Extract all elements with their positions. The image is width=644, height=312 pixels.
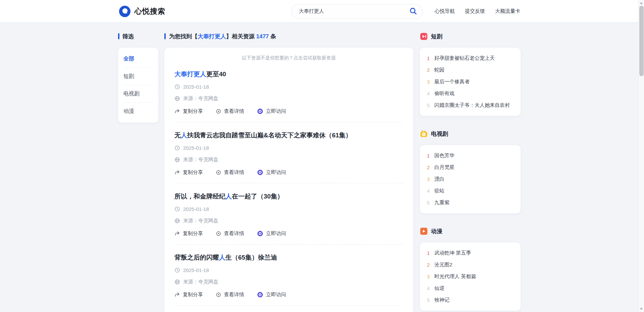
visit-now-button[interactable]: 立即访问 bbox=[257, 230, 286, 237]
globe-icon bbox=[174, 218, 180, 224]
result-date-row: 2025-01-18 bbox=[174, 145, 403, 151]
share-arrow-icon bbox=[174, 292, 180, 298]
result-source-row: 来源：夸克网盘 bbox=[174, 218, 403, 224]
ranking-item[interactable]: 2蛇园 bbox=[427, 64, 514, 76]
visit-now-label: 立即访问 bbox=[266, 108, 286, 115]
ranking-item[interactable]: 2沧元图2 bbox=[427, 259, 514, 271]
nav-link-feedback[interactable]: 提交反馈 bbox=[465, 8, 485, 14]
share-arrow-icon bbox=[174, 231, 180, 236]
result-actions: 复制分享 查看详情 立即访问 bbox=[174, 169, 403, 176]
result-title[interactable]: 无人扶我青云志我自踏雪至山巅&名动天下之家事难休（61集） bbox=[174, 131, 403, 139]
scrollbar-thumb[interactable] bbox=[639, 6, 644, 76]
copy-share-button[interactable]: 复制分享 bbox=[174, 169, 203, 176]
visit-now-button[interactable]: 立即访问 bbox=[257, 292, 286, 298]
divider bbox=[174, 122, 403, 122]
ranking-item[interactable]: 5九重紫 bbox=[427, 197, 514, 209]
tv-icon bbox=[420, 130, 428, 138]
ranking-item[interactable]: 3时光代理人 英都篇 bbox=[427, 271, 514, 282]
section-bar-icon bbox=[164, 33, 166, 39]
rank-number: 4 bbox=[427, 285, 430, 291]
ranking-item-label: 漂白 bbox=[434, 176, 444, 182]
filter-card: 全部 短剧 电视剧 动漫 bbox=[118, 48, 158, 123]
clock-icon bbox=[174, 267, 180, 273]
ranking-item[interactable]: 5闪婚京圈太子爷：夫人她来自农村 bbox=[427, 99, 514, 111]
search-button[interactable] bbox=[409, 7, 418, 16]
result-actions: 复制分享 查看详情 立即访问 bbox=[174, 292, 403, 298]
short-drama-play-icon bbox=[420, 33, 428, 40]
ranking-item-label: 国色芳华 bbox=[434, 152, 454, 159]
rank-number: 3 bbox=[427, 176, 430, 182]
ranking-section: 短剧 1好孕甜妻被钻石老公宠上天2蛇园3最后一个修真者4偷听有戏5闪婚京圈太子爷… bbox=[420, 32, 521, 116]
ranking-item-label: 最后一个修真者 bbox=[434, 79, 470, 85]
rank-number: 4 bbox=[427, 91, 430, 96]
view-detail-button[interactable]: 查看详情 bbox=[216, 169, 244, 176]
ranking-card: 1好孕甜妻被钻石老公宠上天2蛇园3最后一个修真者4偷听有戏5闪婚京圈太子爷：夫人… bbox=[420, 48, 521, 116]
ranking-title: 短剧 bbox=[431, 33, 442, 40]
result-title[interactable]: 背叛之后的闪耀人生（65集）徐兰迪 bbox=[174, 253, 403, 262]
scrollbar bbox=[638, 0, 644, 312]
ranking-item[interactable]: 5牧神记 bbox=[427, 294, 514, 306]
ranking-item[interactable]: 4偷听有戏 bbox=[427, 88, 514, 99]
ranking-item-label: 时光代理人 英都篇 bbox=[434, 273, 476, 280]
view-detail-button[interactable]: 查看详情 bbox=[216, 230, 244, 237]
nav-link-data-card[interactable]: 大额流量卡 bbox=[495, 8, 520, 14]
ranking-item-label: 武动乾坤 第五季 bbox=[434, 250, 471, 256]
view-detail-button[interactable]: 查看详情 bbox=[216, 108, 244, 115]
rank-number: 2 bbox=[427, 262, 430, 268]
view-detail-button[interactable]: 查看详情 bbox=[216, 292, 244, 298]
ranking-item[interactable]: 4驻站 bbox=[427, 185, 514, 197]
divider bbox=[174, 305, 403, 306]
copy-share-label: 复制分享 bbox=[183, 230, 203, 237]
result-title[interactable]: 所以，和金牌经纪人在一起了（30集） bbox=[174, 192, 403, 200]
ranking-card: 1武动乾坤 第五季2沧元图23时光代理人 英都篇4仙逆5牧神记 bbox=[420, 242, 521, 311]
filter-item-short-drama[interactable]: 短剧 bbox=[123, 68, 153, 85]
clock-icon bbox=[174, 206, 180, 212]
ranking-item[interactable]: 4仙逆 bbox=[427, 282, 514, 294]
nav-link-navigation[interactable]: 心悦导航 bbox=[435, 8, 455, 14]
search-input[interactable] bbox=[291, 4, 423, 19]
result-title[interactable]: 大奉打更人更至40 bbox=[174, 70, 403, 78]
ranking-item[interactable]: 3最后一个修真者 bbox=[427, 76, 514, 88]
ranking-item[interactable]: 2白月梵星 bbox=[427, 162, 514, 173]
filter-item-anime[interactable]: 动漫 bbox=[123, 103, 153, 120]
result-item: 背叛之后的闪耀人生（65集）徐兰迪 2025-01-18 来源：夸克网盘 bbox=[174, 253, 403, 306]
result-source-row: 来源：夸克网盘 bbox=[174, 279, 403, 285]
filter-item-all[interactable]: 全部 bbox=[123, 50, 153, 68]
rank-number: 3 bbox=[427, 79, 430, 85]
result-source-row: 来源：夸克网盘 bbox=[174, 95, 403, 102]
brand[interactable]: 心悦搜索 bbox=[119, 6, 165, 17]
ranking-item[interactable]: 1好孕甜妻被钻石老公宠上天 bbox=[427, 52, 514, 64]
scrollbar-down-arrow-icon[interactable] bbox=[640, 308, 643, 310]
copy-share-button[interactable]: 复制分享 bbox=[174, 292, 203, 298]
rank-number: 5 bbox=[427, 102, 430, 108]
ranking-item-label: 蛇园 bbox=[434, 67, 444, 73]
ranking-item[interactable]: 1国色芳华 bbox=[427, 150, 514, 162]
result-list: 大奉打更人更至40 2025-01-18 来源：夸克网盘 bbox=[174, 70, 403, 312]
visit-target-icon bbox=[257, 169, 263, 176]
copy-share-button[interactable]: 复制分享 bbox=[174, 230, 203, 237]
copy-share-label: 复制分享 bbox=[183, 169, 203, 176]
rank-number: 2 bbox=[427, 67, 430, 73]
copy-share-button[interactable]: 复制分享 bbox=[174, 108, 203, 115]
result-item: 无人扶我青云志我自踏雪至山巅&名动天下之家事难休（61集） 2025-01-18… bbox=[174, 131, 403, 183]
rankings-sidebar: 短剧 1好孕甜妻被钻石老公宠上天2蛇园3最后一个修真者4偷听有戏5闪婚京圈太子爷… bbox=[420, 32, 521, 311]
globe-icon bbox=[174, 279, 180, 285]
visit-target-icon bbox=[257, 230, 263, 237]
ranking-item-label: 白月梵星 bbox=[434, 164, 454, 171]
refresh-notice[interactable]: 以下资源不是你想要的？点击尝试获取新资源 bbox=[174, 54, 403, 61]
result-source: 来源：夸克网盘 bbox=[183, 279, 218, 285]
copy-share-label: 复制分享 bbox=[183, 108, 203, 115]
ranking-item[interactable]: 1武动乾坤 第五季 bbox=[427, 247, 514, 259]
ranking-item[interactable]: 3漂白 bbox=[427, 173, 514, 185]
eye-icon bbox=[216, 292, 221, 298]
header-nav: 心悦导航 提交反馈 大额流量卡 bbox=[435, 8, 520, 14]
visit-now-button[interactable]: 立即访问 bbox=[257, 108, 286, 115]
visit-now-button[interactable]: 立即访问 bbox=[257, 169, 286, 176]
rank-number: 1 bbox=[427, 250, 430, 256]
scrollbar-up-arrow-icon[interactable] bbox=[640, 2, 643, 4]
rank-number: 1 bbox=[427, 153, 430, 159]
view-detail-label: 查看详情 bbox=[224, 230, 244, 237]
ranking-section: 动漫 1武动乾坤 第五季2沧元图23时光代理人 英都篇4仙逆5牧神记 bbox=[420, 227, 521, 311]
view-detail-label: 查看详情 bbox=[224, 169, 244, 176]
filter-item-tv-series[interactable]: 电视剧 bbox=[123, 85, 153, 102]
